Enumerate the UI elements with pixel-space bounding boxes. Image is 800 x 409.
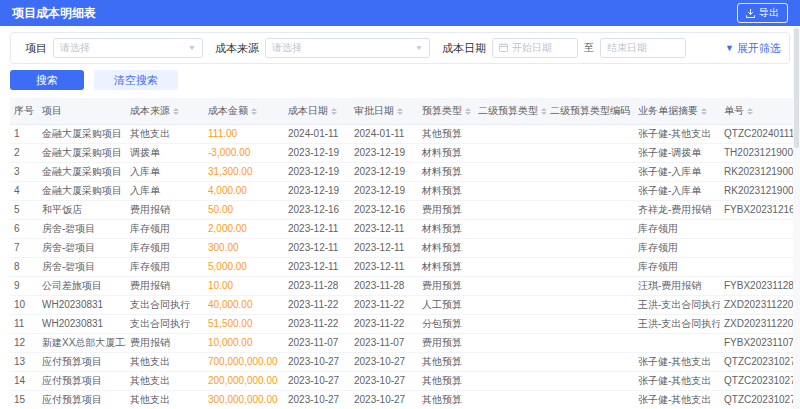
table-cell bbox=[546, 277, 634, 296]
table-cell: 2023-12-16 bbox=[350, 201, 418, 220]
table-cell: 2023-12-19 bbox=[350, 163, 418, 182]
table-cell bbox=[474, 163, 546, 182]
table-cell: 库存领用 bbox=[634, 258, 720, 277]
sort-icon[interactable] bbox=[747, 108, 753, 115]
table-row[interactable]: 4金融大厦采购项目入库单4,000.002023-12-192023-12-19… bbox=[10, 182, 798, 201]
table-cell: RK20231219002 bbox=[720, 182, 798, 201]
table-cell: 13 bbox=[10, 353, 38, 372]
table-cell: 费用预算 bbox=[418, 201, 474, 220]
column-header-8[interactable]: 二级预算类型编码 bbox=[546, 98, 634, 125]
column-header-label: 业务单据摘要 bbox=[638, 105, 698, 116]
table-row[interactable]: 2金融大厦采购项目调拨单-3,000.002023-12-192023-12-1… bbox=[10, 144, 798, 163]
table-row[interactable]: 9公司差旅项目费用报销10.002023-11-282023-11-28费用预算… bbox=[10, 277, 798, 296]
table-cell: 材料预算 bbox=[418, 163, 474, 182]
table-cell: 分包预算 bbox=[418, 315, 474, 334]
table-cell: ZXD20231122001 bbox=[720, 315, 798, 334]
table-cell: 4,000.00 bbox=[204, 182, 284, 201]
table-cell: 2023-11-07 bbox=[284, 334, 350, 353]
column-header-2[interactable]: 成本来源 bbox=[126, 98, 204, 125]
cost-detail-table: 序号项目成本来源成本金额成本日期审批日期预算类型二级预算类型二级预算类型编码业务… bbox=[10, 98, 798, 409]
table-cell: 300.00 bbox=[204, 239, 284, 258]
column-header-5[interactable]: 审批日期 bbox=[350, 98, 418, 125]
sort-icon[interactable] bbox=[465, 108, 471, 115]
clear-search-button[interactable]: 清空搜索 bbox=[94, 70, 178, 90]
table-cell bbox=[474, 201, 546, 220]
table-cell bbox=[546, 315, 634, 334]
search-button[interactable]: 搜索 bbox=[10, 70, 84, 90]
sort-icon[interactable] bbox=[633, 108, 634, 115]
start-date-input[interactable]: 开始日期 bbox=[492, 38, 578, 58]
table-cell: 费用报销 bbox=[126, 201, 204, 220]
table-row[interactable]: 8房舍-碧项目库存领用5,000.002023-12-112023-12-11材… bbox=[10, 258, 798, 277]
table-cell bbox=[474, 220, 546, 239]
table-cell: 支出合同执行 bbox=[126, 296, 204, 315]
sort-icon[interactable] bbox=[397, 108, 403, 115]
table-cell bbox=[546, 296, 634, 315]
table-cell: 费用预算 bbox=[418, 334, 474, 353]
sort-icon[interactable] bbox=[251, 108, 257, 115]
table-row[interactable]: 7房舍-碧项目库存领用300.002023-12-112023-12-11材料预… bbox=[10, 239, 798, 258]
table-row[interactable]: 1金融大厦采购项目其他支出111.002024-01-112024-01-11其… bbox=[10, 125, 798, 144]
table-row[interactable]: 5和平饭店费用报销50.002023-12-162023-12-16费用预算齐祥… bbox=[10, 201, 798, 220]
table-row[interactable]: 15应付预算项目其他支出300,000,000.002023-10-272023… bbox=[10, 391, 798, 409]
column-header-4[interactable]: 成本日期 bbox=[284, 98, 350, 125]
main-content: 项目 请选择 ▼ 成本来源 请选择 ▼ 成本日期 开始日期 至 结束日期 ▼ 展… bbox=[0, 26, 800, 409]
column-header-6[interactable]: 预算类型 bbox=[418, 98, 474, 125]
column-header-label: 成本日期 bbox=[288, 105, 328, 116]
table-cell: WH20230831 bbox=[38, 315, 126, 334]
table-cell: 库存领用 bbox=[126, 239, 204, 258]
table-row[interactable]: 14应付预算项目其他支出200,000,000.002023-10-272023… bbox=[10, 372, 798, 391]
cost-source-select[interactable]: 请选择 ▼ bbox=[265, 38, 430, 58]
column-header-label: 二级预算类型 bbox=[478, 105, 538, 116]
project-select[interactable]: 请选择 ▼ bbox=[53, 38, 203, 58]
sort-icon[interactable] bbox=[173, 108, 179, 115]
table-header-row: 序号项目成本来源成本金额成本日期审批日期预算类型二级预算类型二级预算类型编码业务… bbox=[10, 98, 798, 125]
table-cell: 2024-01-11 bbox=[284, 125, 350, 144]
column-header-3[interactable]: 成本金额 bbox=[204, 98, 284, 125]
column-header-7[interactable]: 二级预算类型 bbox=[474, 98, 546, 125]
table-row[interactable]: 3金融大厦采购项目入库单31,300.002023-12-192023-12-1… bbox=[10, 163, 798, 182]
sort-icon[interactable] bbox=[701, 108, 707, 115]
column-header-label: 预算类型 bbox=[422, 105, 462, 116]
column-header-label: 成本金额 bbox=[208, 105, 248, 116]
end-date-placeholder: 结束日期 bbox=[607, 41, 647, 55]
table-row[interactable]: 12新建XX总部大厦工程二期费用报销10,000.002023-11-07202… bbox=[10, 334, 798, 353]
table-row[interactable]: 11WH20230831支出合同执行51,500.002023-11-22202… bbox=[10, 315, 798, 334]
end-date-input[interactable]: 结束日期 bbox=[600, 38, 686, 58]
table-cell: 2,000.00 bbox=[204, 220, 284, 239]
column-header-9[interactable]: 业务单据摘要 bbox=[634, 98, 720, 125]
table-cell: QTZC20231027002 bbox=[720, 391, 798, 409]
column-header-label: 单号 bbox=[724, 105, 744, 116]
table-cell: 12 bbox=[10, 334, 38, 353]
table-body: 1金融大厦采购项目其他支出111.002024-01-112024-01-11其… bbox=[10, 125, 798, 409]
vertical-scrollbar[interactable] bbox=[793, 26, 800, 409]
table-cell: 张子健-其他支出 bbox=[634, 372, 720, 391]
table-row[interactable]: 6房舍-碧项目库存领用2,000.002023-12-112023-12-11材… bbox=[10, 220, 798, 239]
table-cell: 费用预算 bbox=[418, 277, 474, 296]
table-cell: 7 bbox=[10, 239, 38, 258]
table-cell: 2024-01-11 bbox=[350, 125, 418, 144]
scrollbar-thumb[interactable] bbox=[794, 28, 799, 148]
table-cell bbox=[474, 182, 546, 201]
sort-icon[interactable] bbox=[541, 108, 546, 115]
table-cell: 2023-12-19 bbox=[350, 182, 418, 201]
table-cell bbox=[546, 353, 634, 372]
column-header-10[interactable]: 单号 bbox=[720, 98, 798, 125]
table-cell: 5 bbox=[10, 201, 38, 220]
table-row[interactable]: 10WH20230831支出合同执行40,000.002023-11-22202… bbox=[10, 296, 798, 315]
table-cell: 2023-11-22 bbox=[284, 315, 350, 334]
expand-filters-link[interactable]: ▼ 展开筛选 bbox=[725, 41, 781, 56]
table-cell: 2023-12-19 bbox=[284, 144, 350, 163]
cost-source-select-placeholder: 请选择 bbox=[272, 41, 302, 55]
table-cell: 1 bbox=[10, 125, 38, 144]
export-button[interactable]: 导出 bbox=[737, 3, 788, 23]
table-cell: 房舍-碧项目 bbox=[38, 220, 126, 239]
table-row[interactable]: 13应付预算项目其他支出700,000,000.002023-10-272023… bbox=[10, 353, 798, 372]
sort-icon[interactable] bbox=[331, 108, 337, 115]
table-cell: 10.00 bbox=[204, 277, 284, 296]
table-cell bbox=[546, 334, 634, 353]
table-cell: 金融大厦采购项目 bbox=[38, 163, 126, 182]
table-cell bbox=[546, 144, 634, 163]
table-cell: 2023-10-27 bbox=[284, 353, 350, 372]
table-cell: 材料预算 bbox=[418, 144, 474, 163]
